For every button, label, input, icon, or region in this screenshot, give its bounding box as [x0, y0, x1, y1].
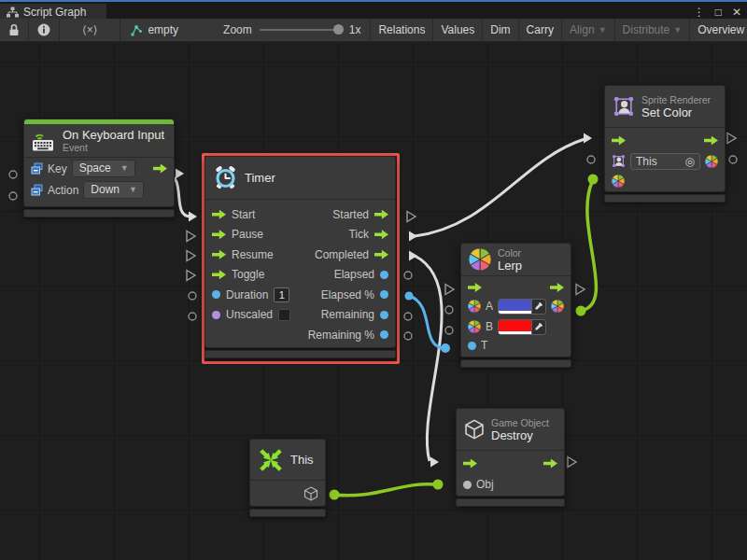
port-timer-completed-out[interactable]	[409, 251, 417, 261]
flow-out-arrow[interactable]	[374, 210, 388, 219]
relations-button[interactable]: Relations	[371, 19, 433, 41]
color-a-field[interactable]	[498, 299, 546, 315]
port-timer-remaining-pct-out[interactable]	[404, 332, 412, 340]
flow-out-arrow[interactable]	[550, 283, 564, 292]
port-setcolor-flow-out[interactable]	[727, 133, 736, 144]
port-timer-tick-out[interactable]	[409, 231, 417, 242]
node-color-lerp[interactable]: Color Lerp A	[460, 243, 571, 368]
port-timer-resume-in[interactable]	[187, 251, 195, 261]
eyedropper-button[interactable]	[531, 300, 545, 314]
port-this-out[interactable]	[330, 490, 340, 500]
target-field[interactable]: This ◎	[630, 153, 700, 170]
flow-in-arrow[interactable]	[212, 270, 226, 279]
color-port-icon[interactable]	[468, 320, 481, 333]
port-lerp-b-in[interactable]	[445, 327, 453, 334]
port-timer-remaining-out[interactable]	[404, 313, 412, 320]
port-timer-elapsed-out[interactable]	[404, 272, 412, 279]
port-lerp-t-in[interactable]	[441, 343, 450, 353]
info-button[interactable]	[29, 19, 60, 41]
node-timer[interactable]: Timer Start Pause Resume Toggle Duration…	[204, 156, 396, 358]
wire-completed-to-destroy[interactable]	[415, 256, 442, 461]
action-dropdown[interactable]: Down▼	[83, 181, 144, 199]
port-timer-elapsed-pct-out[interactable]	[405, 292, 414, 301]
game-object-cube-icon[interactable]	[303, 486, 318, 501]
color-output-icon[interactable]	[705, 155, 718, 168]
port-setcolor-result-out[interactable]	[729, 156, 737, 163]
window-close-icon[interactable]: ✕	[732, 6, 741, 19]
port-keyboard-key-in[interactable]	[9, 171, 17, 178]
color-port-icon[interactable]	[612, 175, 625, 188]
carry-button[interactable]: Carry	[519, 19, 562, 41]
flow-out-arrow[interactable]	[374, 250, 388, 259]
key-label: Key	[48, 162, 67, 175]
port-destroy-obj-in[interactable]	[433, 480, 444, 490]
color-port-icon[interactable]	[468, 300, 481, 313]
port-destroy-flow-in[interactable]	[430, 457, 439, 468]
flow-in-arrow[interactable]	[463, 459, 477, 469]
eyedropper-button[interactable]	[531, 320, 545, 334]
flow-out-arrow[interactable]	[374, 230, 388, 239]
port-lerp-flow-out[interactable]	[576, 285, 585, 295]
port-keyboard-action-in[interactable]	[9, 192, 17, 200]
object-port-dot[interactable]	[463, 481, 472, 489]
window-maximize-icon[interactable]: □	[715, 6, 722, 19]
flow-in-arrow[interactable]	[212, 230, 226, 239]
bool-port-dot[interactable]	[212, 311, 220, 319]
port-timer-unscaled-in[interactable]	[189, 313, 196, 320]
color-a-swatch[interactable]	[499, 300, 531, 311]
lock-button[interactable]	[0, 19, 29, 41]
keyboard-flow-out-arrow[interactable]	[153, 164, 167, 174]
float-port-dot[interactable]	[380, 330, 388, 339]
key-dropdown[interactable]: Space▼	[72, 160, 135, 177]
port-setcolor-flow-in[interactable]	[584, 133, 592, 144]
flow-in-arrow[interactable]	[612, 136, 626, 146]
float-port-dot[interactable]	[468, 342, 476, 350]
port-lerp-flow-in[interactable]	[445, 285, 454, 295]
port-timer-started-out[interactable]	[407, 212, 416, 222]
port-destroy-flow-out[interactable]	[568, 457, 576, 468]
float-port-dot[interactable]	[380, 271, 388, 279]
duration-input[interactable]: 1	[274, 287, 289, 302]
zoom-slider-handle[interactable]	[333, 24, 344, 35]
node-this[interactable]: This	[249, 439, 326, 517]
values-button[interactable]: Values	[433, 19, 483, 41]
port-lerp-a-in[interactable]	[445, 306, 453, 314]
port-timer-pause-in[interactable]	[187, 231, 195, 242]
port-timer-toggle-in[interactable]	[187, 271, 195, 281]
flow-out-arrow[interactable]	[704, 136, 718, 146]
flow-in-arrow[interactable]	[212, 210, 226, 219]
port-setcolor-color-in[interactable]	[588, 175, 599, 185]
float-port-dot[interactable]	[380, 290, 388, 299]
node-set-color[interactable]: Sprite Renderer Set Color This ◎	[604, 85, 726, 203]
port-keyboard-flow-out[interactable]	[176, 169, 184, 179]
wire-this-to-destroy-obj[interactable]	[334, 484, 435, 496]
port-setcolor-target-in[interactable]	[587, 156, 595, 163]
port-timer-start-in[interactable]	[189, 212, 197, 222]
object-picker-icon[interactable]: ◎	[685, 155, 695, 168]
dim-button[interactable]: Dim	[483, 19, 518, 41]
unscaled-checkbox[interactable]	[278, 309, 290, 321]
wire-elapsed-to-lerp-t[interactable]	[409, 296, 443, 348]
float-port-dot[interactable]	[212, 290, 220, 299]
wire-lerp-to-setcolor-color[interactable]	[581, 182, 596, 311]
color-b-swatch[interactable]	[499, 320, 531, 331]
color-output-icon[interactable]	[551, 300, 564, 313]
float-port-dot[interactable]	[380, 311, 388, 319]
flow-out-arrow[interactable]	[543, 459, 557, 469]
color-b-field[interactable]	[498, 319, 546, 335]
collapse-ports-button[interactable]: ⟨×⟩	[60, 19, 120, 41]
current-graph-chip[interactable]: empty	[130, 23, 178, 36]
timer-unscaled-row: Unscaled	[212, 305, 290, 326]
node-destroy[interactable]: Game Object Destroy Obj	[456, 408, 565, 507]
window-menu-icon[interactable]: ⋮	[694, 6, 705, 19]
flow-in-arrow[interactable]	[468, 283, 482, 292]
sprite-port-icon[interactable]	[612, 154, 626, 168]
graph-canvas[interactable]: On Keyboard Input Event Key Space▼	[0, 43, 747, 560]
overview-button[interactable]: Overview	[690, 19, 747, 41]
port-lerp-color-out[interactable]	[576, 306, 586, 316]
port-timer-duration-in[interactable]	[189, 292, 196, 300]
flow-in-arrow[interactable]	[212, 250, 226, 259]
wire-tick-to-setcolor[interactable]	[415, 139, 585, 236]
zoom-slider[interactable]	[260, 29, 342, 31]
node-on-keyboard-input[interactable]: On Keyboard Input Event Key Space▼	[23, 119, 175, 217]
